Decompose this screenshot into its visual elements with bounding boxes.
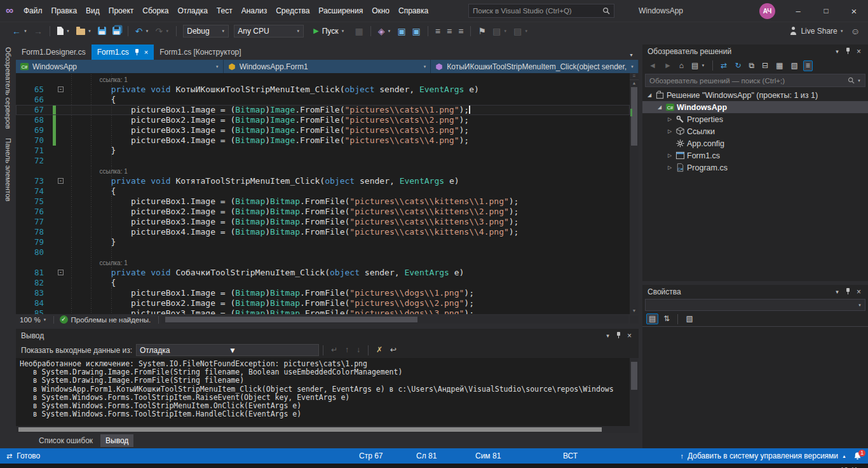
status-column[interactable]: Сл 81	[416, 448, 437, 464]
open-file-button[interactable]: ▼	[74, 26, 94, 36]
property-pages-button[interactable]: ▧	[683, 313, 695, 324]
expander-icon[interactable]: ▷	[665, 153, 674, 158]
save-all-button[interactable]	[110, 25, 123, 36]
zoom-selector[interactable]: 100 % ▼	[16, 314, 51, 325]
code-text[interactable]: pictureBox3.Image = (Bitmap)Bitmap.FromF…	[66, 217, 630, 227]
menu-item-6[interactable]: Отладка	[173, 4, 212, 18]
menu-item-5[interactable]: Сборка	[138, 4, 173, 18]
collapse-icon[interactable]: -	[58, 270, 64, 275]
code-text[interactable]	[66, 247, 630, 258]
status-character[interactable]: Сим 81	[475, 448, 501, 464]
menu-item-9[interactable]: Средства	[271, 4, 314, 18]
uncomment-button[interactable]: ▤▼	[511, 25, 531, 37]
codelens-label[interactable]: ссылка: 1	[71, 259, 128, 266]
code-text[interactable]: ссылка: 1	[66, 74, 630, 85]
solution-configurations-combo[interactable]: Debug▼	[183, 25, 229, 38]
no-issues-check-icon[interactable]	[60, 315, 68, 324]
new-file-button[interactable]: ▼	[55, 25, 72, 36]
peek-window-button[interactable]: ▣	[395, 25, 408, 37]
scrollbar-thumb[interactable]	[631, 87, 637, 146]
maximize-button[interactable]	[812, 0, 840, 22]
editor-vertical-scrollbar[interactable]: ≡ ▲ ▼	[630, 73, 639, 314]
window-menu-icon[interactable]	[832, 289, 843, 295]
code-editor[interactable]: ссылка: 165- private void КотыИКошкиTool…	[16, 73, 639, 314]
navbar-segment-3[interactable]: КотыИКошкиToolStripMenuItem_Click(object…	[431, 60, 639, 73]
code-text[interactable]: pictureBox1.Image = (Bitmap)Bitmap.FromF…	[66, 288, 630, 298]
expander-icon[interactable]: ◢	[655, 104, 664, 110]
alphabetical-button[interactable]: ⇅	[661, 313, 672, 324]
code-text[interactable]: pictureBox1.Image = (Bitmap)Image.FromFi…	[66, 105, 630, 115]
menu-item-7[interactable]: Тест	[212, 4, 237, 18]
status-line[interactable]: Стр 67	[359, 448, 383, 464]
tree-item-1[interactable]: ◢Решение "WindowsApp" (проекты: 1 из 1)	[642, 89, 868, 101]
expander-icon[interactable]: ◢	[645, 92, 654, 98]
expander-icon[interactable]: ▷	[665, 128, 674, 134]
tree-item-3[interactable]: ▷Properties	[642, 113, 868, 125]
show-all-files-button[interactable]: ▦	[773, 60, 785, 71]
editor-horizontal-scrollbar[interactable]	[161, 315, 628, 324]
background-tasks-icon[interactable]: ⇄	[6, 452, 12, 460]
pin-icon[interactable]	[134, 48, 140, 57]
code-text[interactable]: pictureBox2.Image = (Bitmap)Bitmap.FromF…	[66, 207, 630, 217]
close-icon[interactable]	[853, 47, 864, 56]
live-share-button[interactable]: Live Share▼	[785, 25, 847, 37]
expander-icon[interactable]: ▷	[665, 165, 674, 170]
navbar-segment-1[interactable]: C#WindowsApp▼	[16, 60, 224, 73]
properties-button[interactable]: ▧	[788, 60, 800, 71]
menu-item-1[interactable]: Файл	[19, 4, 47, 18]
chevron-up-icon[interactable]: ▲	[842, 454, 846, 458]
close-window-button[interactable]	[840, 0, 868, 22]
bookmark-button[interactable]: ⚑	[475, 25, 489, 37]
solution-explorer-titlebar[interactable]: Обозреватель решений	[642, 45, 868, 58]
expander-icon[interactable]: ▷	[665, 116, 674, 122]
panel-tab-1[interactable]: Список ошибок	[34, 434, 98, 447]
code-text[interactable]: {	[66, 278, 630, 288]
side-tab-1[interactable]: Обозреватель серверов	[4, 47, 12, 129]
menu-item-2[interactable]: Правка	[47, 4, 82, 18]
menu-item-12[interactable]: Справка	[394, 4, 433, 18]
collapse-all-button[interactable]: ⊟	[759, 60, 771, 71]
view-back-button[interactable]: ◄	[646, 60, 659, 71]
code-text[interactable]: pictureBox4.Image = (Bitmap)Bitmap.FromF…	[66, 227, 630, 237]
split-window-button[interactable]: ▣	[410, 25, 423, 37]
output-horizontal-scrollbar[interactable]	[16, 426, 630, 433]
ide-navigator-button[interactable]: ◈▼	[376, 25, 394, 37]
tab-1[interactable]: Form1.Designer.cs	[16, 45, 92, 60]
prev-message-button[interactable]: ↑	[342, 345, 351, 355]
properties-object-combo[interactable]: ▼	[645, 299, 865, 311]
attach-process-button[interactable]: ▦	[352, 25, 365, 37]
goto-source-button[interactable]: ↵	[329, 345, 340, 355]
member-list-button[interactable]: ≡	[433, 25, 443, 37]
solution-search-input[interactable]: Обозреватель решений — поиск (Ctrl+;) ▼	[645, 74, 865, 87]
document-list-dropdown-icon[interactable]: ▼	[629, 53, 639, 60]
close-icon[interactable]	[853, 287, 864, 296]
properties-titlebar[interactable]: Свойства	[642, 285, 868, 298]
add-to-source-control-button[interactable]: Добавить в систему управления версиями	[688, 451, 838, 460]
pin-icon[interactable]	[843, 288, 853, 295]
menu-item-11[interactable]: Окно	[367, 4, 394, 18]
splitter-grip-icon[interactable]: ≡	[630, 73, 639, 80]
menu-item-8[interactable]: Анализ	[237, 4, 272, 18]
code-text[interactable]: private void СобачкиToolStripMenuItem_Cl…	[66, 268, 630, 278]
parameter-info-button[interactable]: ≡	[444, 25, 454, 37]
quick-info-button[interactable]: ≡	[456, 25, 466, 37]
output-source-combo[interactable]: Отладка ▼	[136, 344, 319, 356]
feedback-button[interactable]: ☺	[848, 25, 862, 37]
view-forward-button[interactable]: ►	[661, 60, 674, 71]
switch-views-button[interactable]: ▤▼	[689, 60, 707, 71]
code-text[interactable]: {	[66, 95, 630, 105]
menu-item-4[interactable]: Проект	[104, 4, 139, 18]
close-icon[interactable]: ×	[144, 48, 148, 56]
tab-2[interactable]: Form1.cs×	[92, 45, 154, 60]
scrollbar-thumb[interactable]	[18, 427, 602, 432]
status-insert-mode[interactable]: ВСТ	[563, 448, 578, 464]
scrollbar-thumb[interactable]	[631, 362, 637, 390]
tab-3[interactable]: Form1.cs [Конструктор]	[154, 45, 247, 60]
tree-item-7[interactable]: ▷C#Program.cs	[642, 162, 868, 174]
tree-item-4[interactable]: ▷Ссылки	[642, 125, 868, 137]
minimize-button[interactable]	[784, 0, 812, 22]
scroll-down-icon[interactable]: ▼	[630, 308, 639, 313]
code-text[interactable]	[66, 156, 630, 166]
panel-tab-2[interactable]: Вывод	[100, 434, 133, 447]
next-message-button[interactable]: ↓	[354, 345, 363, 355]
